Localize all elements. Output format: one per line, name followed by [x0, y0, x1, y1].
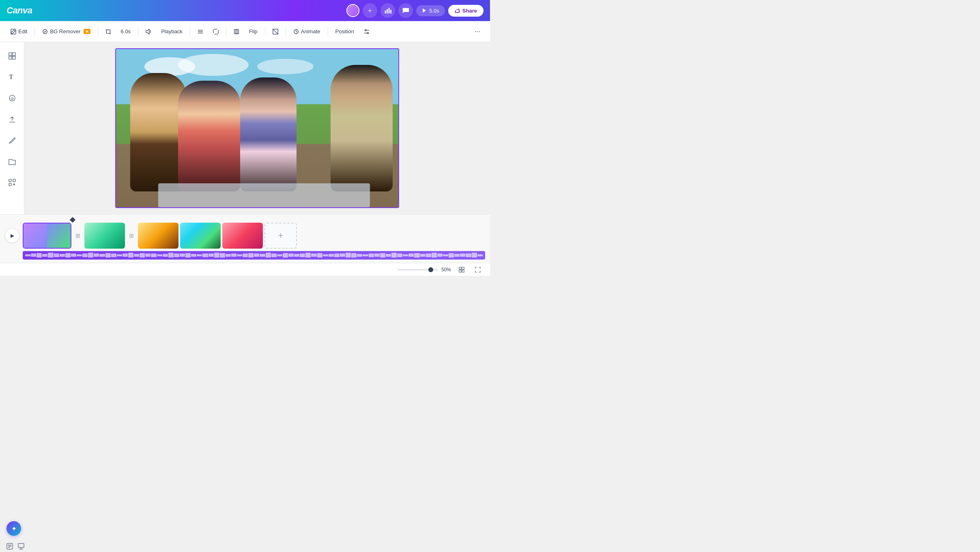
more-options-button[interactable]: ···	[472, 26, 484, 38]
playback-button[interactable]: Playback	[157, 26, 187, 37]
svg-rect-31	[9, 183, 11, 186]
sidebar-item-layout[interactable]	[3, 47, 21, 65]
edit-button[interactable]: Edit	[6, 26, 31, 37]
bg-remover-button[interactable]: BG Remover ★	[38, 26, 94, 37]
sidebar-item-draw[interactable]	[3, 131, 21, 149]
align-button[interactable]	[193, 26, 207, 37]
crop2-button[interactable]	[230, 26, 243, 37]
sidebar-item-text[interactable]: T	[3, 68, 21, 86]
zoom-thumb	[428, 267, 433, 272]
svg-rect-1	[387, 9, 388, 13]
svg-marker-8	[146, 29, 149, 34]
comment-button[interactable]	[398, 3, 413, 18]
canva-logo: Canva	[6, 5, 32, 16]
status-bar: 50%	[0, 263, 490, 276]
transition-2[interactable]: ⊞	[127, 223, 136, 249]
svg-rect-24	[9, 56, 12, 59]
svg-rect-32	[14, 184, 15, 185]
main-content: T	[0, 42, 490, 214]
canvas-frame[interactable]	[115, 48, 399, 208]
audio-waveform[interactable]: // Generate waveform bars via inline scr…	[23, 251, 485, 260]
divider-1	[34, 27, 35, 37]
timeline-cursor	[71, 218, 75, 222]
playback-label: Playback	[161, 28, 183, 34]
fit-view-button[interactable]	[456, 264, 467, 275]
canvas-area	[24, 42, 490, 214]
svg-rect-0	[385, 11, 386, 13]
header-right: ＋ 5.0s Share	[346, 3, 484, 18]
svg-point-21	[367, 32, 369, 34]
divider-8	[328, 27, 328, 37]
svg-rect-35	[459, 267, 461, 269]
header: Canva ＋ 5.0s Share	[0, 0, 490, 21]
add-button[interactable]: ＋	[363, 3, 377, 18]
divider-7	[286, 27, 286, 37]
timeline-area: ▶ ⊞ ⊞	[0, 214, 490, 263]
position-button[interactable]: Position	[331, 26, 358, 37]
duration-button[interactable]: 6.0s	[117, 26, 135, 37]
add-clip-button[interactable]: +	[264, 223, 297, 249]
animate-button[interactable]: Animate	[289, 26, 325, 37]
duration-label: 6.0s	[121, 28, 131, 34]
transparency-button[interactable]	[269, 26, 282, 37]
divider-2	[98, 27, 98, 37]
position-label: Position	[335, 28, 354, 34]
zoom-slider-container: 50%	[398, 267, 451, 273]
preview-play-button[interactable]: 5.0s	[416, 5, 445, 16]
timeline-clips: ⊞ ⊞ +	[23, 223, 485, 249]
adjust-button[interactable]	[360, 26, 374, 37]
divider-6	[265, 27, 265, 37]
avatar[interactable]	[346, 4, 359, 17]
svg-marker-4	[423, 9, 426, 13]
zoom-slider[interactable]	[398, 269, 438, 271]
bg-remover-label: BG Remover	[50, 28, 80, 34]
sidebar-item-apps[interactable]	[3, 174, 21, 191]
transition-1[interactable]: ⊞	[73, 223, 83, 249]
play-button[interactable]: ▶	[5, 228, 19, 243]
clip-5[interactable]	[222, 223, 263, 249]
divider-3	[138, 27, 138, 37]
svg-point-19	[365, 29, 366, 31]
left-sidebar: T	[0, 42, 24, 214]
header-left: Canva	[6, 5, 32, 16]
share-button[interactable]: Share	[448, 5, 484, 17]
edit-label: Edit	[18, 28, 27, 34]
animate-label: Animate	[301, 28, 320, 34]
svg-line-16	[273, 29, 278, 34]
svg-rect-22	[9, 53, 12, 56]
svg-rect-25	[13, 56, 15, 59]
svg-rect-5	[11, 29, 16, 34]
add-clip-icon: +	[278, 230, 284, 241]
analytics-button[interactable]	[380, 3, 395, 18]
svg-rect-29	[9, 179, 11, 182]
sidebar-item-brand[interactable]	[3, 89, 21, 107]
svg-rect-36	[462, 267, 464, 269]
toolbar: Edit BG Remover ★ 6.0s Playback Flip Ani…	[0, 21, 490, 42]
clip-2[interactable]	[84, 223, 125, 249]
svg-rect-2	[389, 8, 390, 14]
svg-rect-30	[13, 179, 15, 182]
sidebar-item-projects[interactable]	[3, 152, 21, 170]
clip-3[interactable]	[138, 223, 178, 249]
svg-rect-3	[391, 10, 392, 13]
play-duration-label: 5.0s	[429, 8, 439, 14]
clip-4[interactable]	[180, 223, 221, 249]
svg-text:T: T	[9, 73, 13, 80]
volume-button[interactable]	[142, 26, 155, 37]
sidebar-item-uploads[interactable]	[3, 110, 21, 128]
fullscreen-button[interactable]	[472, 264, 484, 275]
clip-1[interactable]	[23, 223, 71, 249]
waveform-bars: // Generate waveform bars via inline scr…	[23, 251, 485, 260]
svg-rect-37	[459, 270, 461, 272]
flip-label: Flip	[249, 28, 258, 34]
divider-4	[190, 27, 190, 37]
zoom-level-label: 50%	[441, 267, 451, 273]
flip-button[interactable]: Flip	[245, 26, 262, 37]
svg-rect-12	[234, 29, 239, 34]
corner-radius-button[interactable]	[209, 26, 223, 37]
share-label: Share	[462, 8, 477, 14]
svg-marker-6	[11, 30, 15, 34]
divider-5	[226, 27, 226, 37]
crop-button[interactable]	[101, 26, 115, 37]
svg-rect-23	[13, 53, 15, 56]
